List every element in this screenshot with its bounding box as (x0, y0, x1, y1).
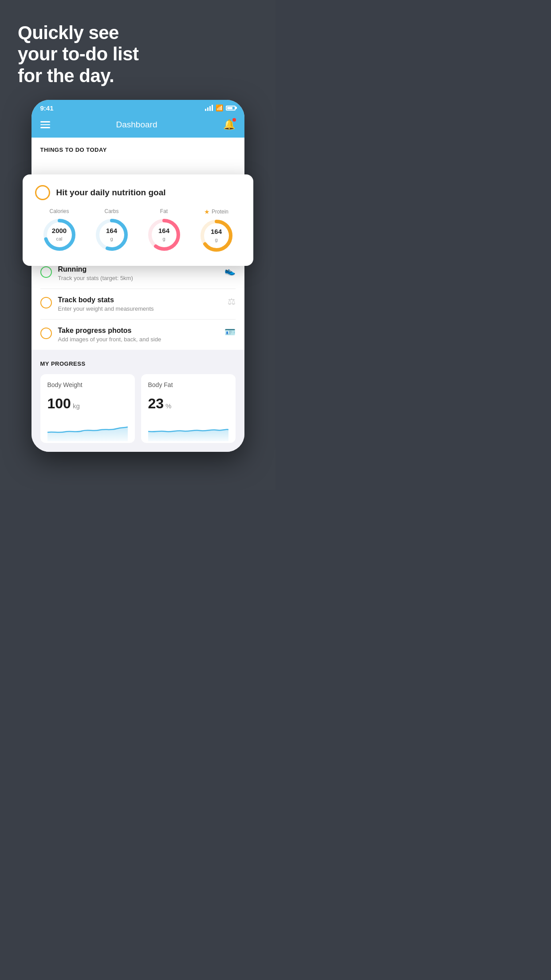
protein-donut: 164 g (199, 218, 234, 253)
body-fat-value: 23 (148, 395, 164, 412)
body-weight-chart (47, 419, 128, 441)
nutrition-carbs: Carbs 164 g (94, 208, 130, 253)
hamburger-menu-icon[interactable] (40, 121, 50, 128)
nutrition-card-title: Hit your daily nutrition goal (56, 188, 166, 198)
todo-photos[interactable]: Take progress photos Add images of your … (40, 319, 236, 350)
progress-section: MY PROGRESS Body Weight 100 kg (31, 350, 244, 452)
body-fat-unit: % (165, 402, 171, 410)
scale-icon: ⚖ (228, 296, 236, 307)
body-weight-title: Body Weight (47, 381, 128, 388)
nutrition-card: Hit your daily nutrition goal Calories 2… (23, 174, 253, 266)
todo-body-stats[interactable]: Track body stats Enter your weight and m… (40, 288, 236, 319)
todo-running-circle (40, 266, 52, 278)
signal-icon (205, 105, 213, 111)
todo-body-stats-circle (40, 297, 52, 308)
todo-photos-subtitle: Add images of your front, back, and side (58, 336, 218, 343)
body-weight-value-row: 100 kg (47, 395, 128, 412)
nutrition-check-circle (35, 185, 50, 200)
todo-body-stats-subtitle: Enter your weight and measurements (58, 305, 221, 312)
carbs-donut: 164 g (94, 217, 130, 253)
todo-body-stats-title: Track body stats (58, 296, 221, 304)
app-header: Dashboard 🔔 (31, 115, 244, 138)
nutrition-calories: Calories 2000 cal (42, 208, 77, 253)
battery-icon (226, 106, 236, 111)
phone-frame: 9:41 📶 (31, 100, 244, 452)
things-today-title: THINGS TO DO TODAY (40, 146, 236, 153)
body-weight-unit: kg (73, 402, 80, 410)
todo-photos-circle (40, 328, 52, 339)
body-fat-card: Body Fat 23 % (141, 374, 236, 443)
body-fat-title: Body Fat (148, 381, 228, 388)
fat-value: 164 g (158, 227, 169, 242)
app-header-title: Dashboard (116, 120, 157, 130)
carbs-label: Carbs (104, 208, 118, 214)
progress-cards: Body Weight 100 kg (40, 374, 236, 443)
status-bar: 9:41 📶 (31, 100, 244, 115)
status-time: 9:41 (40, 104, 54, 112)
carbs-value: 164 g (106, 227, 117, 242)
todo-photos-title: Take progress photos (58, 327, 218, 335)
body-fat-chart (148, 419, 228, 441)
running-shoe-icon: 👟 (224, 265, 236, 276)
protein-star-icon: ★ (204, 208, 210, 215)
status-icons: 📶 (205, 104, 236, 111)
protein-value: 164 g (211, 228, 222, 243)
protein-label: ★ Protein (204, 208, 228, 215)
nutrition-fat: Fat 164 g (146, 208, 182, 253)
notification-bell-icon[interactable]: 🔔 (223, 119, 235, 130)
body-fat-value-row: 23 % (148, 395, 228, 412)
body-weight-value: 100 (47, 395, 71, 412)
fat-label: Fat (160, 208, 168, 214)
fat-donut: 164 g (146, 217, 182, 253)
nutrition-circles: Calories 2000 cal Carbs (35, 208, 241, 253)
calories-donut: 2000 cal (42, 217, 77, 253)
progress-section-title: MY PROGRESS (40, 360, 236, 367)
calories-label: Calories (49, 208, 69, 214)
photo-icon: 🪪 (224, 327, 236, 337)
wifi-icon: 📶 (216, 104, 223, 111)
calories-value: 2000 cal (52, 227, 67, 242)
nutrition-card-header: Hit your daily nutrition goal (35, 185, 241, 200)
todo-running-title: Running (58, 265, 218, 273)
hero-section: Quickly see your to-do list for the day. (0, 0, 276, 100)
notification-dot (232, 118, 236, 122)
body-weight-card: Body Weight 100 kg (40, 374, 135, 443)
phone-wrapper: Hit your daily nutrition goal Calories 2… (31, 100, 244, 452)
hero-title: Quickly see your to-do list for the day. (18, 22, 258, 87)
todo-running-subtitle: Track your stats (target: 5km) (58, 275, 218, 281)
background: Quickly see your to-do list for the day.… (0, 0, 276, 490)
nutrition-protein: ★ Protein 164 g (199, 208, 234, 253)
